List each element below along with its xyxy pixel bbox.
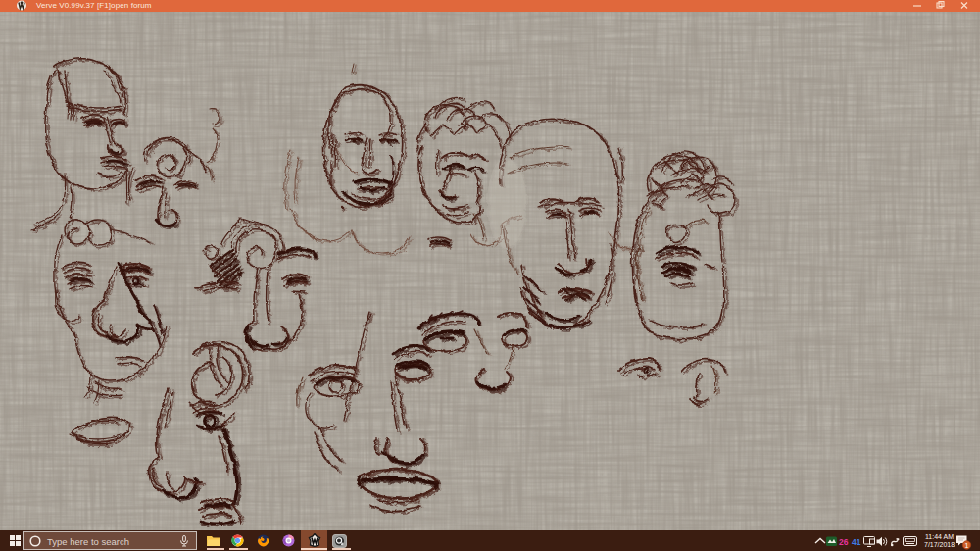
svg-text:1: 1: [965, 542, 969, 549]
